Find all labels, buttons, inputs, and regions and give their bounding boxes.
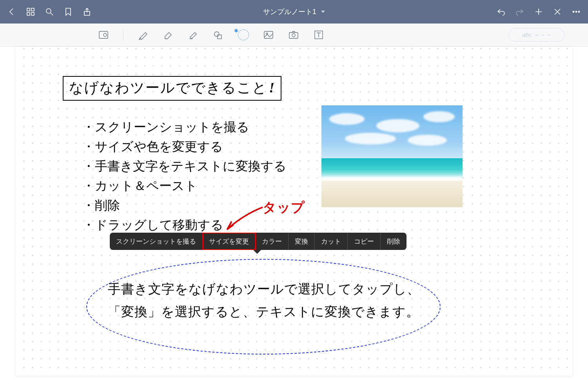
top-navbar: サンプルノート1 [0,0,588,24]
svg-rect-1 [31,8,34,11]
document-title: サンプルノート1 [263,7,316,16]
navbar-left-group [7,7,92,16]
note-title-box: なげなわツールでできること! [63,76,281,101]
tap-annotation-arrow [220,203,274,235]
pen-icon[interactable] [138,29,149,40]
abc-placeholder-text: abc ～～～ [522,31,551,39]
ctx-cut[interactable]: カット [315,233,348,250]
selection-line: 手書き文字をなげなわツールで選択してタップし、 [108,278,420,300]
svg-point-6 [573,11,574,12]
selection-handwriting: 手書き文字をなげなわツールで選択してタップし、 「変換」を選択すると、テキストに… [108,278,420,323]
note-canvas[interactable]: なげなわツールでできること! ・スクリーンショットを撮る ・サイズや色を変更する… [16,47,572,376]
eraser-icon[interactable] [163,29,174,40]
svg-point-7 [575,11,577,12]
svg-rect-2 [27,13,30,15]
tool-strip: ✱ abc ～～～ [0,24,588,47]
more-icon[interactable] [572,7,581,16]
bullet-item: ・スクリーンショットを撮る [82,117,287,137]
bullet-item: ・サイズや色を変更する [82,137,287,156]
add-icon[interactable] [534,7,543,16]
undo-icon[interactable] [496,7,506,16]
back-icon[interactable] [7,7,16,16]
chevron-down-icon [321,11,325,13]
ctx-copy[interactable]: コピー [348,233,381,250]
bullet-item: ・手書き文字をテキストに変換する [82,156,287,176]
svg-point-10 [103,33,107,36]
svg-point-11 [214,32,219,36]
svg-rect-3 [31,13,34,15]
bullet-item: ・カット＆ペースト [82,176,287,195]
context-menu: スクリーンショットを撮る サイズを変更 カラー 変換 カット コピー 削除 [110,233,407,250]
camera-icon[interactable] [288,29,299,40]
beach-image[interactable] [321,105,463,207]
ctx-color[interactable]: カラー [256,233,289,250]
ctx-screenshot[interactable]: スクリーンショットを撮る [110,233,203,250]
search-icon[interactable] [45,7,54,16]
close-icon[interactable] [553,7,562,16]
navbar-right-group [496,7,581,16]
zoom-mode-icon[interactable] [98,29,109,40]
ctx-delete[interactable]: 削除 [381,233,407,250]
handwriting-preview-pill[interactable]: abc ～～～ [509,28,564,42]
svg-point-4 [46,9,51,13]
highlighter-icon[interactable] [188,29,199,40]
svg-rect-0 [27,8,30,11]
share-icon[interactable] [82,7,92,16]
ctx-resize[interactable]: サイズを変更 [203,233,256,250]
bluetooth-indicator-icon: ✱ [234,28,238,34]
svg-rect-15 [289,33,298,38]
note-title-exclaim: ! [269,80,275,96]
selection-line: 「変換」を選択すると、テキストに変換できます。 [108,300,420,323]
ctx-convert[interactable]: 変換 [289,233,315,250]
text-icon[interactable] [313,29,324,40]
shape-icon[interactable] [213,29,224,40]
image-icon[interactable] [263,29,274,40]
svg-rect-12 [218,35,221,39]
svg-point-16 [292,34,295,37]
svg-point-14 [266,33,268,34]
note-title-text: なげなわツールでできること [69,80,267,96]
context-menu-tail [253,250,261,254]
bookmark-icon[interactable] [64,7,73,16]
tool-divider [123,29,123,41]
thumbnails-icon[interactable] [26,7,35,16]
lasso-icon[interactable]: ✱ [238,29,249,40]
navbar-title[interactable]: サンプルノート1 [101,7,487,16]
svg-point-8 [578,11,579,12]
redo-icon[interactable] [515,7,524,16]
